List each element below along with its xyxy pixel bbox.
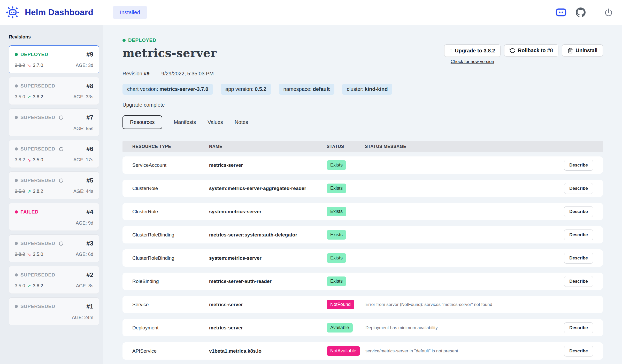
version-change: 3.8.2 ↘ 3.7.0 [15, 62, 43, 68]
revision-status-label: FAILED [20, 209, 39, 215]
rollback-button[interactable]: Rollback to #8 [504, 44, 558, 57]
revision-card-2[interactable]: SUPERSEDED #2 3.5.0 ↗ 3.8.2 AGE: 8s [9, 266, 99, 294]
rollback-label: Rollback to #8 [518, 48, 553, 53]
revision-status-label: DEPLOYED [20, 52, 48, 57]
revision-age: AGE: 55s [73, 126, 93, 131]
version-arrow-icon: ↘ [27, 157, 31, 163]
tab-notes[interactable]: Notes [235, 119, 248, 125]
describe-button[interactable]: Describe [564, 322, 593, 333]
revision-age: AGE: 6d [76, 252, 93, 257]
revision-card-footer: 3.5.0 ↗ 3.8.2 AGE: 33s [15, 94, 93, 100]
uninstall-label: Uninstall [576, 48, 597, 53]
revision-age: AGE: 24m [72, 315, 93, 320]
old-version: 3.5.0 [15, 189, 25, 194]
upgrade-button[interactable]: ↑ Upgrade to 3.8.2 [444, 44, 501, 57]
revision-status-label: SUPERSEDED [20, 83, 55, 89]
tab-installed[interactable]: Installed [113, 6, 147, 19]
badge-value: kind-kind [365, 86, 388, 92]
version-arrow-icon: ↗ [27, 283, 31, 289]
table-row: ClusterRoleBinding metrics-server:system… [122, 226, 603, 243]
revision-card-1[interactable]: SUPERSEDED #1 AGE: 24m [9, 297, 99, 325]
revision-number: #6 [86, 145, 93, 153]
revision-status: SUPERSEDED [15, 304, 55, 309]
namespace-badge: namespace:default [279, 84, 335, 95]
revisions-heading: Revisions [9, 34, 99, 40]
badge-value: default [313, 86, 330, 92]
table-row: Service metrics-server NotFound Error fr… [122, 296, 603, 313]
upgrade-group: ↑ Upgrade to 3.8.2 Check for new version [444, 44, 501, 64]
revision-meta: Revision #9 9/29/2022, 5:35:03 PM [122, 71, 603, 77]
revision-card-5[interactable]: SUPERSEDED #5 3.5.0 ↗ 3.8.2 AGE: 44s [9, 171, 99, 199]
revision-card-header: FAILED #4 [15, 208, 93, 216]
robot-icon-button[interactable] [556, 8, 566, 17]
tab-resources[interactable]: Resources [122, 115, 162, 129]
release-actions: ↑ Upgrade to 3.8.2 Check for new version… [444, 37, 603, 64]
new-version: 3.8.2 [33, 189, 43, 194]
revision-card-7[interactable]: SUPERSEDED #7 AGE: 55s [9, 108, 99, 136]
resource-type: ClusterRole [132, 209, 209, 215]
table-row: RoleBinding metrics-server-auth-reader E… [122, 273, 603, 290]
revision-number: #7 [86, 114, 93, 121]
actions-row: ↑ Upgrade to 3.8.2 Check for new version… [444, 44, 603, 64]
revision-status-label: SUPERSEDED [20, 272, 55, 278]
describe-button[interactable]: Describe [564, 230, 593, 240]
revision-card-8[interactable]: SUPERSEDED #8 3.5.0 ↗ 3.8.2 AGE: 33s [9, 77, 99, 105]
revision-card-header: SUPERSEDED #8 [15, 82, 93, 90]
revision-label: Revision [122, 71, 142, 76]
revision-status: SUPERSEDED [15, 241, 64, 246]
version-arrow-icon: ↗ [27, 94, 31, 100]
status-dot-icon [15, 116, 18, 119]
revision-card-6[interactable]: SUPERSEDED #6 3.8.2 ↘ 3.5.0 AGE: 17s [9, 140, 99, 168]
resource-type: RoleBinding [132, 279, 209, 284]
revision-card-9[interactable]: DEPLOYED #9 3.8.2 ↘ 3.7.0 AGE: 3d [9, 45, 99, 73]
table-header: RESOURCE TYPE NAME STATUS STATUS MESSAGE [122, 141, 603, 152]
brand[interactable]: Helm Dashboard [6, 5, 93, 19]
badge-value: 0.5.2 [255, 86, 266, 92]
uninstall-button[interactable]: Uninstall [562, 44, 603, 57]
revision-status: DEPLOYED [15, 52, 48, 57]
revision-card-header: SUPERSEDED #2 [15, 271, 93, 279]
tab-manifests[interactable]: Manifests [174, 119, 196, 125]
resource-name: metrics-server:system:auth-delegator [209, 232, 327, 238]
describe-button[interactable]: Describe [564, 276, 593, 287]
tab-values[interactable]: Values [208, 119, 223, 125]
old-version: 3.8.2 [15, 63, 25, 68]
describe-button[interactable]: Describe [564, 346, 593, 357]
status-dot-icon [15, 179, 18, 182]
app-title: Helm Dashboard [25, 7, 93, 17]
revision-card-footer: AGE: 24m [15, 315, 93, 320]
describe-button[interactable]: Describe [564, 160, 593, 171]
revision-status: SUPERSEDED [15, 115, 64, 120]
upgrade-label: Upgrade to 3.8.2 [455, 48, 495, 54]
old-version: 3.8.2 [15, 252, 25, 257]
cluster-badge: cluster:kind-kind [342, 84, 392, 95]
revision-card-4[interactable]: FAILED #4 AGE: 9d [9, 203, 99, 231]
revision-age: AGE: 3d [76, 63, 93, 68]
new-version: 3.5.0 [33, 252, 43, 257]
resource-name: v1beta1.metrics.k8s.io [209, 348, 327, 354]
describe-button[interactable]: Describe [564, 206, 593, 217]
release-header: DEPLOYED metrics-server ↑ Upgrade to 3.8… [122, 37, 603, 64]
table-row: ClusterRoleBinding system:metrics-server… [122, 249, 603, 267]
revision-card-header: SUPERSEDED #3 [15, 240, 93, 247]
describe-button[interactable]: Describe [564, 183, 593, 194]
shutdown-button[interactable] [604, 8, 613, 17]
status-dot-icon [15, 305, 18, 308]
header-divider [595, 6, 595, 18]
col-status: STATUS [327, 144, 365, 149]
table-row: ClusterRole system:metrics-server Exists… [122, 203, 603, 220]
github-link[interactable] [576, 7, 586, 17]
revision-card-3[interactable]: SUPERSEDED #3 3.8.2 ↘ 3.5.0 AGE: 6d [9, 234, 99, 262]
status-message: service/metrics-server in "default" is n… [365, 349, 557, 354]
upgrade-arrow-icon: ↑ [450, 48, 452, 54]
status-badge: Exists [327, 276, 346, 286]
badge-label: cluster: [347, 86, 363, 92]
table-row: ClusterRole system:metrics-server-aggreg… [122, 180, 603, 197]
revision-status-label: SUPERSEDED [20, 304, 55, 309]
resource-name: system:metrics-server [209, 255, 327, 261]
resource-type: ClusterRoleBinding [132, 232, 209, 238]
describe-button[interactable]: Describe [564, 253, 593, 264]
check-new-version-link[interactable]: Check for new version [444, 59, 501, 64]
resource-type: Deployment [132, 325, 209, 331]
title-block: DEPLOYED metrics-server [122, 37, 217, 60]
